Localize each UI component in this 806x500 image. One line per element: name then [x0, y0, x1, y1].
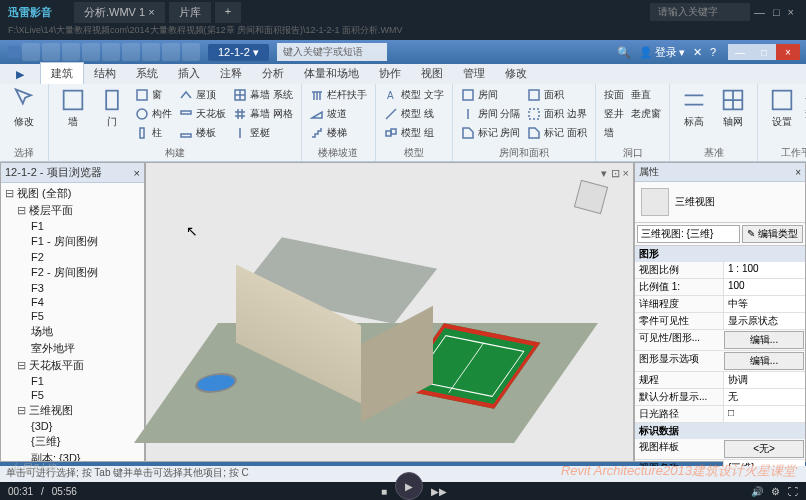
qat-redo-icon[interactable]: [82, 43, 100, 61]
prop-value[interactable]: 100: [723, 279, 805, 295]
viewport-controls-icon[interactable]: ▾ ⊡ ×: [601, 167, 629, 180]
by-face-button[interactable]: 按面: [602, 86, 626, 104]
model-line-button[interactable]: 模型 线: [382, 105, 446, 123]
tab-modify[interactable]: 修改: [495, 63, 537, 84]
exchange-icon[interactable]: ✕: [693, 46, 702, 59]
tab-view[interactable]: 视图: [411, 63, 453, 84]
info-center-search-icon[interactable]: 🔍: [617, 46, 631, 59]
area-tag-button[interactable]: 标记 面积: [525, 124, 589, 142]
set-button[interactable]: 设置: [764, 86, 800, 129]
room-tag-button[interactable]: 标记 房间: [459, 124, 523, 142]
tab-structure[interactable]: 结构: [84, 63, 126, 84]
qat-open-icon[interactable]: [22, 43, 40, 61]
grid-button[interactable]: 轴网: [715, 86, 751, 129]
tree-floor-plans[interactable]: ⊟ 楼层平面: [5, 202, 140, 219]
curtain-grid-button[interactable]: 幕墙 网格: [231, 105, 295, 123]
qat-measure-icon[interactable]: [122, 43, 140, 61]
player-search-input[interactable]: 请输入关键字: [650, 3, 750, 21]
qat-save-icon[interactable]: [42, 43, 60, 61]
prop-button[interactable]: <无>: [724, 440, 804, 458]
tree-item[interactable]: F5: [5, 388, 140, 402]
tree-item[interactable]: {3D}: [5, 419, 140, 433]
tree-views-root[interactable]: ⊟ 视图 (全部): [5, 185, 140, 202]
stair-button[interactable]: 楼梯: [308, 124, 369, 142]
maximize-button[interactable]: □: [752, 44, 776, 60]
curtain-system-button[interactable]: 幕墙 系统: [231, 86, 295, 104]
tree-item[interactable]: F5: [5, 309, 140, 323]
prop-value[interactable]: 1 : 100: [723, 262, 805, 278]
qat-undo-icon[interactable]: [62, 43, 80, 61]
dormer-button[interactable]: 老虎窗: [629, 105, 663, 123]
tab-architecture[interactable]: 建筑: [40, 62, 84, 84]
tree-item[interactable]: F4: [5, 295, 140, 309]
ceiling-button[interactable]: 天花板: [177, 105, 228, 123]
tab-collaborate[interactable]: 协作: [369, 63, 411, 84]
app-menu-icon[interactable]: ▶: [0, 64, 40, 84]
room-button[interactable]: 房间: [459, 86, 523, 104]
help-icon[interactable]: ?: [710, 46, 716, 58]
qat-section-icon[interactable]: [162, 43, 180, 61]
tree-item[interactable]: 副本: {3D}: [5, 450, 140, 461]
prop-value[interactable]: 协调: [723, 372, 805, 388]
player-max-icon[interactable]: □: [773, 6, 780, 18]
volume-icon[interactable]: 🔊: [751, 486, 763, 497]
tab-massing[interactable]: 体量和场地: [294, 63, 369, 84]
play-button[interactable]: ▶: [395, 472, 423, 500]
rail-button[interactable]: 栏杆扶手: [308, 86, 369, 104]
tree-item[interactable]: F1 - 房间图例: [5, 233, 140, 250]
room-sep-button[interactable]: 房间 分隔: [459, 105, 523, 123]
close-button[interactable]: ×: [776, 44, 800, 60]
area-bound-button[interactable]: 面积 边界: [525, 105, 589, 123]
player-close-icon[interactable]: ×: [788, 6, 794, 18]
edit-type-button[interactable]: ✎ 编辑类型: [742, 225, 803, 243]
prop-value[interactable]: 显示原状态: [723, 313, 805, 329]
prop-button[interactable]: 编辑...: [724, 331, 804, 349]
settings-icon[interactable]: ⚙: [771, 486, 780, 497]
wall-opening-button[interactable]: 墙: [602, 124, 626, 142]
type-selector[interactable]: 三维视图: {三维}: [637, 225, 740, 243]
column-button[interactable]: 柱: [133, 124, 174, 142]
qat-sync-icon[interactable]: [182, 43, 200, 61]
player-tab-add[interactable]: +: [215, 2, 241, 23]
prop-value[interactable]: 中等: [723, 296, 805, 312]
tree-item[interactable]: F1: [5, 219, 140, 233]
minimize-button[interactable]: —: [728, 44, 752, 60]
player-min-icon[interactable]: —: [754, 6, 765, 18]
properties-header[interactable]: 属性×: [635, 163, 805, 182]
mullion-button[interactable]: 竖梃: [231, 124, 295, 142]
door-button[interactable]: 门: [94, 86, 130, 129]
qat-3d-icon[interactable]: [142, 43, 160, 61]
floor-button[interactable]: 楼板: [177, 124, 228, 142]
viewport-3d[interactable]: ▾ ⊡ × ↖: [145, 162, 634, 462]
modify-button[interactable]: 修改: [6, 86, 42, 129]
tab-annotate[interactable]: 注释: [210, 63, 252, 84]
viewcube[interactable]: [577, 183, 613, 219]
wall-button[interactable]: 墙: [55, 86, 91, 129]
tree-item[interactable]: F2: [5, 250, 140, 264]
tab-systems[interactable]: 系统: [126, 63, 168, 84]
login-button[interactable]: 👤 登录 ▾: [639, 45, 685, 60]
tree-item[interactable]: 室外地坪: [5, 340, 140, 357]
stop-button[interactable]: ■: [381, 486, 387, 497]
prop-value[interactable]: 无: [723, 389, 805, 405]
area-button[interactable]: 面积: [525, 86, 589, 104]
keyword-search-input[interactable]: 键入关键字或短语: [277, 43, 387, 61]
tree-item[interactable]: F3: [5, 281, 140, 295]
next-button[interactable]: ▶▶: [431, 486, 447, 497]
prop-button[interactable]: 编辑...: [724, 352, 804, 370]
model-group-button[interactable]: 模型 组: [382, 124, 446, 142]
prop-checkbox[interactable]: □: [723, 406, 805, 422]
player-tab-file[interactable]: 分析.WMV 1 ×: [74, 2, 165, 23]
tab-manage[interactable]: 管理: [453, 63, 495, 84]
window-button[interactable]: 窗: [133, 86, 174, 104]
tab-insert[interactable]: 插入: [168, 63, 210, 84]
component-button[interactable]: 构件: [133, 105, 174, 123]
model-text-button[interactable]: A模型 文字: [382, 86, 446, 104]
level-button[interactable]: 标高: [676, 86, 712, 129]
tree-3d-views[interactable]: ⊟ 三维视图: [5, 402, 140, 419]
tree-item[interactable]: F2 - 房间图例: [5, 264, 140, 281]
tree-ceiling-plans[interactable]: ⊟ 天花板平面: [5, 357, 140, 374]
vertical-button[interactable]: 垂直: [629, 86, 663, 104]
tree-item[interactable]: F1: [5, 374, 140, 388]
tree-item[interactable]: 场地: [5, 323, 140, 340]
